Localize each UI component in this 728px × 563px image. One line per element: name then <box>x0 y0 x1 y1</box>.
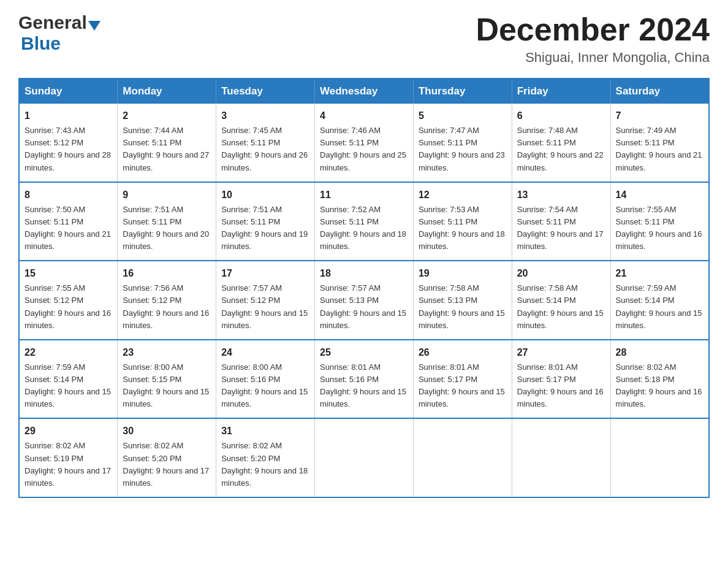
day-number: 21 <box>616 266 703 281</box>
logo-triangle-icon <box>88 21 100 31</box>
week-row-1: 1Sunrise: 7:43 AMSunset: 5:12 PMDaylight… <box>19 104 709 182</box>
day-cell: 22Sunrise: 7:59 AMSunset: 5:14 PMDayligh… <box>19 340 118 419</box>
day-info: Sunrise: 8:02 AMSunset: 5:20 PMDaylight:… <box>221 441 308 487</box>
day-number: 29 <box>25 424 112 439</box>
day-info: Sunrise: 8:01 AMSunset: 5:17 PMDaylight:… <box>419 362 505 408</box>
day-info: Sunrise: 8:02 AMSunset: 5:20 PMDaylight:… <box>123 441 209 487</box>
day-info: Sunrise: 8:02 AMSunset: 5:18 PMDaylight:… <box>616 362 702 408</box>
day-cell: 21Sunrise: 7:59 AMSunset: 5:14 PMDayligh… <box>610 261 709 340</box>
day-info: Sunrise: 7:44 AMSunset: 5:11 PMDaylight:… <box>123 126 209 172</box>
day-number: 18 <box>320 266 408 281</box>
day-cell: 7Sunrise: 7:49 AMSunset: 5:11 PMDaylight… <box>610 104 709 182</box>
day-info: Sunrise: 7:59 AMSunset: 5:14 PMDaylight:… <box>616 283 702 329</box>
calendar-header-row: SundayMondayTuesdayWednesdayThursdayFrid… <box>19 79 709 104</box>
day-cell: 24Sunrise: 8:00 AMSunset: 5:16 PMDayligh… <box>216 340 315 419</box>
day-number: 27 <box>517 345 605 360</box>
header-saturday: Saturday <box>610 79 709 104</box>
day-cell: 29Sunrise: 8:02 AMSunset: 5:19 PMDayligh… <box>19 418 118 497</box>
calendar-table: SundayMondayTuesdayWednesdayThursdayFrid… <box>18 78 710 498</box>
day-info: Sunrise: 7:45 AMSunset: 5:11 PMDaylight:… <box>221 126 308 172</box>
day-cell: 25Sunrise: 8:01 AMSunset: 5:16 PMDayligh… <box>315 340 414 419</box>
day-cell <box>413 418 512 497</box>
day-cell: 26Sunrise: 8:01 AMSunset: 5:17 PMDayligh… <box>413 340 512 419</box>
day-info: Sunrise: 7:55 AMSunset: 5:11 PMDaylight:… <box>616 205 702 251</box>
day-number: 25 <box>320 345 408 360</box>
day-cell: 17Sunrise: 7:57 AMSunset: 5:12 PMDayligh… <box>216 261 315 340</box>
calendar-title: December 2024 <box>476 12 710 47</box>
day-cell: 16Sunrise: 7:56 AMSunset: 5:12 PMDayligh… <box>118 261 216 340</box>
day-cell: 4Sunrise: 7:46 AMSunset: 5:11 PMDaylight… <box>315 104 414 182</box>
day-number: 22 <box>25 345 112 360</box>
day-cell: 13Sunrise: 7:54 AMSunset: 5:11 PMDayligh… <box>512 182 610 261</box>
day-info: Sunrise: 7:50 AMSunset: 5:11 PMDaylight:… <box>25 205 111 251</box>
day-info: Sunrise: 7:52 AMSunset: 5:11 PMDaylight:… <box>320 205 406 251</box>
day-cell: 18Sunrise: 7:57 AMSunset: 5:13 PMDayligh… <box>315 261 414 340</box>
header-monday: Monday <box>118 79 216 104</box>
day-number: 15 <box>25 266 112 281</box>
day-cell: 10Sunrise: 7:51 AMSunset: 5:11 PMDayligh… <box>216 182 315 261</box>
logo: General Blue <box>18 12 100 54</box>
day-info: Sunrise: 8:02 AMSunset: 5:19 PMDaylight:… <box>25 441 111 487</box>
day-number: 14 <box>616 188 703 202</box>
day-info: Sunrise: 7:59 AMSunset: 5:14 PMDaylight:… <box>25 362 111 408</box>
day-cell <box>315 418 414 497</box>
day-info: Sunrise: 7:55 AMSunset: 5:12 PMDaylight:… <box>25 283 111 329</box>
day-info: Sunrise: 8:00 AMSunset: 5:15 PMDaylight:… <box>123 362 209 408</box>
day-number: 17 <box>221 266 309 281</box>
day-info: Sunrise: 7:58 AMSunset: 5:14 PMDaylight:… <box>517 283 604 329</box>
week-row-5: 29Sunrise: 8:02 AMSunset: 5:19 PMDayligh… <box>19 418 709 497</box>
week-row-2: 8Sunrise: 7:50 AMSunset: 5:11 PMDaylight… <box>19 182 709 261</box>
day-cell: 2Sunrise: 7:44 AMSunset: 5:11 PMDaylight… <box>118 104 216 182</box>
day-number: 12 <box>419 188 507 202</box>
day-number: 19 <box>419 266 507 281</box>
day-cell: 19Sunrise: 7:58 AMSunset: 5:13 PMDayligh… <box>413 261 512 340</box>
day-info: Sunrise: 7:48 AMSunset: 5:11 PMDaylight:… <box>517 126 604 172</box>
day-info: Sunrise: 8:01 AMSunset: 5:16 PMDaylight:… <box>320 362 406 408</box>
day-info: Sunrise: 7:51 AMSunset: 5:11 PMDaylight:… <box>221 205 308 251</box>
day-cell: 8Sunrise: 7:50 AMSunset: 5:11 PMDaylight… <box>19 182 118 261</box>
day-number: 1 <box>25 109 112 123</box>
day-number: 20 <box>517 266 605 281</box>
logo-general: General <box>18 12 87 33</box>
day-cell: 5Sunrise: 7:47 AMSunset: 5:11 PMDaylight… <box>413 104 512 182</box>
day-info: Sunrise: 7:58 AMSunset: 5:13 PMDaylight:… <box>419 283 505 329</box>
day-number: 31 <box>221 424 309 439</box>
day-info: Sunrise: 8:01 AMSunset: 5:17 PMDaylight:… <box>517 362 604 408</box>
day-info: Sunrise: 7:43 AMSunset: 5:12 PMDaylight:… <box>25 126 111 172</box>
header-sunday: Sunday <box>19 79 118 104</box>
day-number: 11 <box>320 188 408 202</box>
header-wednesday: Wednesday <box>315 79 414 104</box>
day-number: 10 <box>221 188 309 202</box>
day-cell: 3Sunrise: 7:45 AMSunset: 5:11 PMDaylight… <box>216 104 315 182</box>
day-info: Sunrise: 7:46 AMSunset: 5:11 PMDaylight:… <box>320 126 406 172</box>
week-row-4: 22Sunrise: 7:59 AMSunset: 5:14 PMDayligh… <box>19 340 709 419</box>
day-cell <box>610 418 709 497</box>
logo-blue: Blue <box>21 33 61 54</box>
day-number: 7 <box>616 109 703 123</box>
day-number: 3 <box>221 109 309 123</box>
week-row-3: 15Sunrise: 7:55 AMSunset: 5:12 PMDayligh… <box>19 261 709 340</box>
title-area: December 2024 Shiguai, Inner Mongolia, C… <box>476 12 710 66</box>
day-info: Sunrise: 7:49 AMSunset: 5:11 PMDaylight:… <box>616 126 702 172</box>
day-number: 8 <box>25 188 112 202</box>
calendar-subtitle: Shiguai, Inner Mongolia, China <box>476 50 710 66</box>
day-cell: 12Sunrise: 7:53 AMSunset: 5:11 PMDayligh… <box>413 182 512 261</box>
day-info: Sunrise: 8:00 AMSunset: 5:16 PMDaylight:… <box>221 362 308 408</box>
day-number: 13 <box>517 188 605 202</box>
day-cell: 6Sunrise: 7:48 AMSunset: 5:11 PMDaylight… <box>512 104 610 182</box>
day-cell: 14Sunrise: 7:55 AMSunset: 5:11 PMDayligh… <box>610 182 709 261</box>
header-tuesday: Tuesday <box>216 79 315 104</box>
day-cell: 30Sunrise: 8:02 AMSunset: 5:20 PMDayligh… <box>118 418 216 497</box>
day-cell: 9Sunrise: 7:51 AMSunset: 5:11 PMDaylight… <box>118 182 216 261</box>
day-info: Sunrise: 7:53 AMSunset: 5:11 PMDaylight:… <box>419 205 505 251</box>
day-number: 5 <box>419 109 507 123</box>
day-cell: 27Sunrise: 8:01 AMSunset: 5:17 PMDayligh… <box>512 340 610 419</box>
day-number: 6 <box>517 109 605 123</box>
day-number: 16 <box>123 266 211 281</box>
header-friday: Friday <box>512 79 610 104</box>
day-number: 9 <box>123 188 211 202</box>
day-number: 2 <box>123 109 211 123</box>
header-thursday: Thursday <box>413 79 512 104</box>
day-info: Sunrise: 7:57 AMSunset: 5:13 PMDaylight:… <box>320 283 406 329</box>
day-info: Sunrise: 7:57 AMSunset: 5:12 PMDaylight:… <box>221 283 308 329</box>
